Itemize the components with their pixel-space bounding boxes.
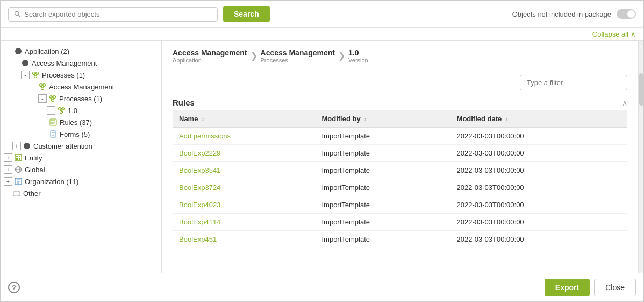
app-icon [14,47,23,55]
row-name[interactable]: BoolExp4023 [173,196,315,214]
table-row: BoolExp3541 ImportTemplate 2022-03-03T00… [173,162,627,179]
tree-toggle-version[interactable]: - [47,106,55,115]
breadcrumb-title-2[interactable]: Access Management [261,48,335,57]
breadcrumb-item-2: Access Management Processes [261,48,335,64]
table-row: BoolExp4114 ImportTemplate 2022-03-03T00… [173,214,627,231]
sort-arrow-modified-date: ↕ [505,116,508,122]
section-collapse-icon[interactable]: ∧ [622,99,627,107]
tree-toggle-processes-2[interactable]: - [38,94,47,103]
tree-panel: - Application (2) Access Management - [1,41,162,273]
collapse-all-label: Collapse all [592,30,628,38]
rules-section-header: Rules ∧ [173,94,627,110]
table-row: BoolExp3724 ImportTemplate 2022-03-03T00… [173,179,627,196]
app-icon-2 [21,59,30,67]
col-modified-date[interactable]: Modified date ↕ [450,110,627,128]
tree-toggle-application[interactable]: - [4,47,12,55]
row-modified-by: ImportTemplate [315,196,450,214]
process-icon-1 [31,71,40,79]
tree-item-rules[interactable]: Rules (37) [1,116,161,128]
tree-toggle-global[interactable]: + [4,165,12,174]
collapse-all-button[interactable]: Collapse all ∧ [592,30,636,38]
search-icon [14,10,21,18]
col-modified-by[interactable]: Modified by ↕ [315,110,450,128]
table-section: Rules ∧ Name ↕ Modified by ↕ [162,94,638,273]
org-icon [14,177,23,186]
tree-label-access-management: Access Management [32,59,97,67]
table-row: BoolExp2229 ImportTemplate 2022-03-03T00… [173,145,627,162]
row-name[interactable]: BoolExp451 [173,231,315,248]
svg-rect-38 [19,158,20,160]
row-modified-date: 2022-03-03T00:00:00 [450,128,627,145]
table-row: BoolExp451 ImportTemplate 2022-03-03T00:… [173,231,627,248]
col-name[interactable]: Name ↕ [173,110,315,128]
row-name[interactable]: BoolExp3724 [173,179,315,196]
process-icon-3 [48,94,57,103]
tree-item-global[interactable]: + Global [1,164,161,175]
sort-arrow-modified-by: ↕ [364,116,367,122]
tree-item-version[interactable]: - 1.0 [1,104,161,116]
tree-item-entity[interactable]: + Entity [1,152,161,164]
row-modified-by: ImportTemplate [315,145,450,162]
tree-label-version: 1.0 [68,107,77,115]
tree-label-entity: Entity [25,154,42,162]
tree-toggle-customer[interactable]: + [12,142,21,150]
tree-label-application: Application (2) [25,47,69,55]
scrollbar-thumb[interactable] [639,73,643,106]
right-panel: Access Management Application ❯ Access M… [162,41,638,273]
tree-toggle-entity[interactable]: + [4,153,12,162]
collapse-row: Collapse all ∧ [1,28,643,41]
breadcrumb-item-1: Access Management Application [173,48,247,64]
breadcrumb-title-3[interactable]: 1.0 [348,48,368,57]
export-button[interactable]: Export [545,279,590,296]
rules-table: Name ↕ Modified by ↕ Modified date ↕ [173,110,627,248]
tree-item-access-management[interactable]: Access Management [1,57,161,69]
col-modified-by-label: Modified by [321,115,360,123]
tree-item-organization[interactable]: + Organization (11) [1,175,161,187]
forms-icon [49,130,58,138]
tree-toggle-processes-1[interactable]: - [21,71,30,79]
breadcrumb-title-1[interactable]: Access Management [173,48,247,57]
tree-item-processes-1[interactable]: - Processes (1) [1,69,161,81]
search-button[interactable]: Search [223,6,270,22]
process-icon-2 [38,82,47,91]
row-name[interactable]: BoolExp2229 [173,145,315,162]
svg-rect-34 [15,154,22,161]
tree-item-access-management-2[interactable]: Access Management [1,81,161,93]
objects-not-included-label: Objects not included in package [512,10,611,18]
tree-toggle-organization[interactable]: + [4,177,12,186]
tree-item-other[interactable]: Other [1,187,161,199]
row-modified-date: 2022-03-03T00:00:00 [450,231,627,248]
objects-not-included-toggle[interactable] [617,9,636,19]
filter-input[interactable] [520,75,627,90]
table-row: Add permissions ImportTemplate 2022-03-0… [173,128,627,145]
bottom-bar: ? Export Close [1,273,643,301]
svg-rect-46 [13,192,20,196]
top-bar: Search Objects not included in package [1,1,643,28]
row-modified-date: 2022-03-03T00:00:00 [450,145,627,162]
tree-label-processes-2: Processes (1) [59,95,102,103]
help-button[interactable]: ? [8,282,20,293]
right-scrollbar[interactable] [638,41,643,273]
tree-item-forms[interactable]: Forms (5) [1,128,161,140]
row-name[interactable]: Add permissions [173,128,315,145]
tree-item-application[interactable]: - Application (2) [1,45,161,57]
chevron-up-icon: ∧ [631,30,636,38]
process-icon-4 [57,106,66,115]
table-header-row: Name ↕ Modified by ↕ Modified date ↕ [173,110,627,128]
top-right-area: Objects not included in package [512,9,636,19]
row-modified-date: 2022-03-03T00:00:00 [450,214,627,231]
row-name[interactable]: BoolExp4114 [173,214,315,231]
close-button[interactable]: Close [594,279,636,296]
row-modified-date: 2022-03-03T00:00:00 [450,162,627,179]
row-modified-by: ImportTemplate [315,231,450,248]
col-modified-date-label: Modified date [457,115,502,123]
tree-item-customer-attention[interactable]: + Customer attention [1,140,161,152]
search-input[interactable] [24,10,212,18]
svg-line-1 [18,15,20,17]
row-name[interactable]: BoolExp3541 [173,162,315,179]
breadcrumb-arrow-2: ❯ [338,51,345,61]
breadcrumb-sub-3: Version [348,57,368,64]
col-name-label: Name [179,115,198,123]
tree-item-processes-2[interactable]: - Processes (1) [1,93,161,104]
global-icon [14,165,23,174]
